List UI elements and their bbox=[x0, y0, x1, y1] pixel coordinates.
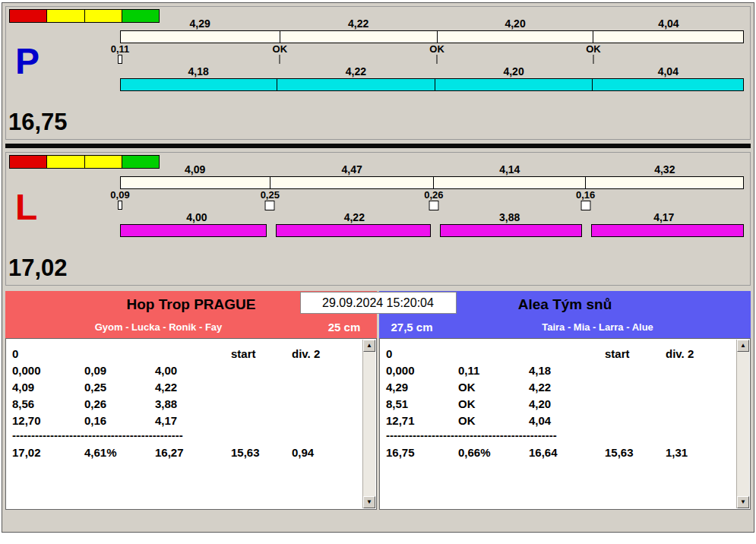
reference-bar-segment bbox=[121, 31, 280, 43]
split-label: 4,09 bbox=[120, 163, 270, 176]
team-panel-left: Hop Trop PRAGUE Gyom - Lucka - Ronik - F… bbox=[5, 291, 377, 511]
scroll-up-icon[interactable]: ▲ bbox=[363, 340, 375, 352]
table-cell: start bbox=[231, 347, 292, 360]
time-bar-segment bbox=[593, 79, 743, 90]
scrollbar[interactable]: ▲ ▼ bbox=[362, 340, 375, 508]
split-label: 4,17 bbox=[584, 211, 744, 224]
summary-row: 16,750,66%16,6415,631,31 bbox=[386, 444, 733, 460]
scroll-down-icon[interactable]: ▼ bbox=[737, 496, 749, 508]
time-bar-segment bbox=[121, 79, 277, 90]
lane-bars: 4,094,474,144,32 0,090,250,260,16 4,004,… bbox=[120, 163, 744, 237]
marker-box bbox=[580, 201, 590, 210]
table-cell: 4,04 bbox=[529, 414, 605, 427]
marker-boxes bbox=[120, 54, 744, 65]
lane-letter: P bbox=[15, 43, 40, 80]
team-results-table: 0startdiv. 20,0000,094,004,090,254,228,5… bbox=[5, 338, 377, 510]
table-cell: 4,22 bbox=[155, 381, 231, 394]
marker-value: OK bbox=[429, 43, 444, 55]
table-cell: 15,63 bbox=[605, 446, 666, 459]
lane-letter: L bbox=[15, 189, 37, 226]
marker-box bbox=[118, 201, 122, 210]
table-header-row: 0startdiv. 2 bbox=[386, 345, 733, 362]
table-row: 4,29OK4,22 bbox=[386, 378, 733, 395]
table-cell: 0,11 bbox=[458, 364, 529, 377]
reference-bar bbox=[120, 30, 744, 43]
split-label: 4,22 bbox=[274, 211, 435, 224]
table-cell: 4,61% bbox=[84, 446, 155, 459]
tick-mark bbox=[437, 55, 438, 64]
marker-value: 0,26 bbox=[424, 189, 443, 201]
table-cell: OK bbox=[458, 414, 529, 427]
table-cell: 0,25 bbox=[84, 381, 155, 394]
table-separator: ----------------------------------------… bbox=[12, 429, 234, 444]
table-cell: 0,94 bbox=[292, 446, 359, 459]
table-cell: 0,16 bbox=[84, 414, 155, 427]
marker-box bbox=[118, 55, 122, 64]
scroll-up-icon[interactable]: ▲ bbox=[737, 340, 749, 352]
table-cell: 12,70 bbox=[12, 414, 84, 427]
table-row: 12,71OK4,04 bbox=[386, 412, 733, 429]
team-panel-right: Alea Tým snů Taira - Mia - Larra - Alue … bbox=[379, 291, 751, 511]
reference-bar-segment bbox=[593, 31, 743, 43]
table-cell: 0,000 bbox=[386, 364, 458, 377]
indicator-cell bbox=[85, 10, 122, 22]
table-cell: 4,09 bbox=[12, 381, 84, 394]
split-label: 4,04 bbox=[593, 65, 744, 78]
marker-box bbox=[429, 201, 438, 210]
marker-boxes bbox=[120, 200, 744, 211]
split-label: 3,88 bbox=[435, 211, 584, 224]
table-cell: div. 2 bbox=[666, 347, 733, 360]
table-cell: 8,56 bbox=[12, 397, 84, 410]
table-cell: 3,88 bbox=[155, 397, 231, 410]
table-cell: start bbox=[605, 347, 666, 360]
tick-mark bbox=[280, 55, 280, 64]
time-bar-segment bbox=[440, 224, 582, 237]
table-cell: 4,00 bbox=[155, 364, 231, 377]
top-split-labels: 4,294,224,204,04 bbox=[120, 17, 744, 30]
lane-panel-l: L 17,02 4,094,474,144,32 0,090,250,260,1… bbox=[5, 152, 751, 286]
table-cell: 0,09 bbox=[84, 364, 155, 377]
time-bar bbox=[120, 224, 744, 237]
scrollbar[interactable]: ▲ ▼ bbox=[736, 340, 749, 508]
time-bar-segment bbox=[276, 224, 431, 237]
timestamp: 29.09.2024 15:20:04 bbox=[300, 292, 457, 314]
reference-bar bbox=[120, 176, 744, 189]
indicator-cell bbox=[10, 10, 47, 22]
table-cell: 12,71 bbox=[386, 414, 458, 427]
reference-bar-segment bbox=[438, 31, 594, 43]
table-row: 0,0000,094,00 bbox=[12, 362, 359, 378]
reference-bar-segment bbox=[121, 177, 270, 188]
lane-total: 16,75 bbox=[8, 109, 68, 136]
section-divider bbox=[5, 144, 751, 148]
table-cell: 0,66% bbox=[458, 446, 529, 459]
split-label: 4,04 bbox=[593, 17, 744, 30]
time-bar-segment bbox=[591, 224, 744, 237]
app-window: P 16,75 4,294,224,204,04 0,11OKOKOK 4,18… bbox=[2, 2, 754, 533]
table-cell: 4,29 bbox=[386, 381, 458, 394]
split-label: 4,18 bbox=[120, 65, 277, 78]
table-cell: 4,17 bbox=[155, 414, 231, 427]
results-section: 29.09.2024 15:20:04 Hop Trop PRAGUE Gyom… bbox=[5, 291, 751, 513]
table-cell: 8,51 bbox=[386, 397, 458, 410]
table-cell: 16,75 bbox=[386, 446, 458, 459]
table-cell: 0 bbox=[12, 347, 84, 360]
split-label: 4,47 bbox=[270, 163, 434, 176]
scroll-down-icon[interactable]: ▼ bbox=[363, 496, 375, 508]
table-cell: 4,20 bbox=[529, 397, 605, 410]
team-members: Taira - Mia - Larra - Alue bbox=[444, 321, 751, 333]
marker-box bbox=[265, 201, 275, 210]
team-handicap: 25 cm bbox=[312, 321, 377, 334]
marker-value: OK bbox=[273, 43, 288, 55]
split-label: 4,29 bbox=[120, 17, 280, 30]
lane-total: 17,02 bbox=[8, 255, 68, 282]
team-handicap: 27,5 cm bbox=[379, 321, 444, 334]
split-label: 4,22 bbox=[280, 17, 437, 30]
time-bar-segment bbox=[435, 79, 593, 90]
table-row: 8,560,263,88 bbox=[12, 395, 359, 412]
table-header-row: 0startdiv. 2 bbox=[12, 345, 359, 362]
table-rows: 0startdiv. 20,0000,114,184,29OK4,228,51O… bbox=[386, 345, 733, 460]
team-subheader: Gyom - Lucka - Ronik - Fay 25 cm bbox=[5, 316, 377, 338]
table-cell: div. 2 bbox=[292, 347, 359, 360]
table-rows: 0startdiv. 20,0000,094,004,090,254,228,5… bbox=[12, 345, 359, 460]
table-cell: OK bbox=[458, 381, 529, 394]
